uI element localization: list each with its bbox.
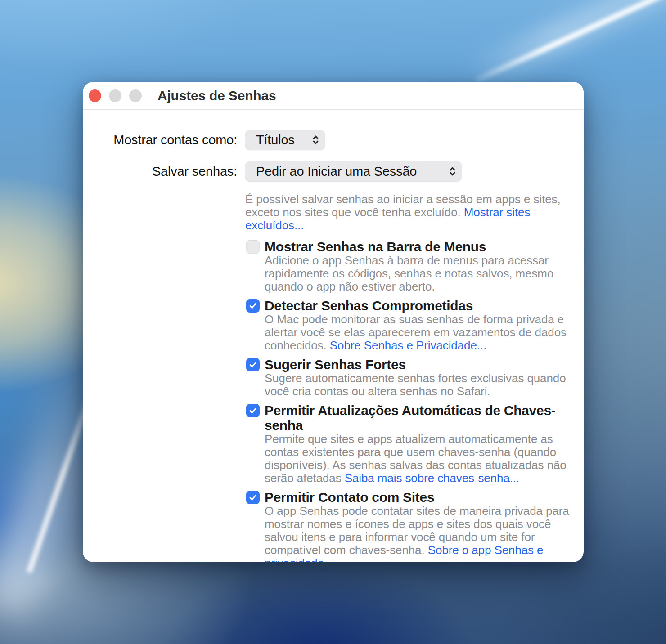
save-passwords-label: Salvar senhas: <box>83 164 237 179</box>
text-line: alertar você se elas aparecerem em vazam… <box>265 326 567 339</box>
checkbox-description: O Mac pode monitorar as suas senhas de f… <box>265 313 567 352</box>
checkbox-item-suggest-strong-passwords: Sugerir Senhas FortesSugere automaticame… <box>246 357 584 398</box>
minimize-button[interactable] <box>109 89 122 102</box>
description-text: contas existentes para que usem chaves-s… <box>265 445 556 459</box>
show-accounts-row: Mostrar contas como: Títulos <box>83 130 584 150</box>
desktop-wallpaper: Ajustes de Senhas Mostrar contas como: T… <box>0 0 666 644</box>
text-line: O app Senhas pode contatar sites de mane… <box>265 505 569 518</box>
description-text: Adicione o app Senhas à barra de menus p… <box>265 254 549 267</box>
checkbox-label-detect-compromised-passwords[interactable]: Detectar Senhas Comprometidas <box>265 298 567 313</box>
text-line: Adicione o app Senhas à barra de menus p… <box>265 254 554 267</box>
save-passwords-popup[interactable]: Pedir ao Iniciar uma Sessão <box>245 161 462 181</box>
allow-website-contact-link[interactable]: Sobre o app Senhas e <box>428 543 544 557</box>
checkbox-suggest-strong-passwords[interactable] <box>246 358 260 371</box>
show-excluded-sites-link[interactable]: Mostrar sites <box>464 206 531 219</box>
checkbox-detect-compromised-passwords[interactable] <box>246 299 260 313</box>
checkbox-list: Mostrar Senhas na Barra de MenusAdicione… <box>246 239 584 562</box>
window-title: Ajustes de Senhas <box>158 88 276 103</box>
checkbox-description: Adicione o app Senhas à barra de menus p… <box>265 254 554 293</box>
show-accounts-label: Mostrar contas como: <box>83 133 237 148</box>
checkmark-icon <box>248 492 258 502</box>
checkbox-body: Mostrar Senhas na Barra de MenusAdicione… <box>265 239 554 293</box>
text-line: serão afetadas Saiba mais sobre chaves-s… <box>265 472 584 485</box>
settings-content: Mostrar contas como: Títulos Salvar senh… <box>83 110 584 562</box>
description-text: compatível com chaves-senha. <box>265 543 428 557</box>
checkbox-allow-automatic-passkey-upgrades[interactable] <box>246 404 260 417</box>
allow-automatic-passkey-upgrades-link[interactable]: Saiba mais sobre chaves-senha... <box>345 471 519 485</box>
description-text: conhecidos. <box>265 339 330 352</box>
checkbox-description: Permite que sites e apps atualizem autom… <box>265 433 584 485</box>
description-text: Permite que sites e apps atualizem autom… <box>265 432 553 446</box>
description-text: alertar você se elas aparecerem em vazam… <box>265 326 567 339</box>
description-text: rapidamente os códigos, senhas e notas s… <box>265 267 554 280</box>
title-bar: Ajustes de Senhas <box>83 82 584 110</box>
text-line: privacidade... <box>265 557 569 562</box>
description-text: O app Senhas pode contatar sites de mane… <box>265 504 569 518</box>
text-line: O Mac pode monitorar as suas senhas de f… <box>265 313 567 326</box>
description-text: O Mac pode monitorar as suas senhas de f… <box>265 313 564 326</box>
detect-compromised-passwords-link[interactable]: Sobre Senhas e Privacidade... <box>330 339 486 352</box>
wallpaper-light-streak-glow <box>462 0 666 90</box>
allow-website-contact-link[interactable]: privacidade... <box>265 556 333 562</box>
checkbox-show-passwords-menu-bar[interactable] <box>246 240 260 254</box>
checkmark-icon <box>248 360 258 370</box>
text-line: compatível com chaves-senha. Sobre o app… <box>265 544 569 557</box>
description-text: mostrar nomes e ícones de apps e sites d… <box>265 517 551 531</box>
checkbox-body: Sugerir Senhas FortesSugere automaticame… <box>265 357 566 398</box>
text-line: conhecidos. Sobre Senhas e Privacidade..… <box>265 339 567 352</box>
description-text: É possível salvar senhas ao iniciar a se… <box>245 192 561 206</box>
description-text: exceto nos sites que você tenha excluído… <box>245 206 464 219</box>
description-text: você cria contas ou altera senhas no Saf… <box>265 385 490 398</box>
text-line: excluídos... <box>245 219 584 232</box>
save-passwords-help-text: É possível salvar senhas ao iniciar a se… <box>245 193 584 232</box>
description-text: serão afetadas <box>265 471 345 485</box>
description-text: quando o app não estiver aberto. <box>265 280 435 293</box>
checkbox-label-allow-automatic-passkey-upgrades[interactable]: Permitir Atualizações Automáticas de Cha… <box>265 403 584 433</box>
save-passwords-row: Salvar senhas: Pedir ao Iniciar uma Sess… <box>83 161 584 181</box>
checkbox-item-allow-automatic-passkey-upgrades: Permitir Atualizações Automáticas de Cha… <box>246 403 584 485</box>
text-line: É possível salvar senhas ao iniciar a se… <box>245 193 584 206</box>
checkbox-label-show-passwords-menu-bar[interactable]: Mostrar Senhas na Barra de Menus <box>265 239 554 254</box>
close-button[interactable] <box>89 89 101 102</box>
checkbox-label-allow-website-contact[interactable]: Permitir Contato com Sites <box>265 490 569 505</box>
password-settings-window: Ajustes de Senhas Mostrar contas como: T… <box>83 82 584 562</box>
text-line: disponíveis). As senhas salvas das conta… <box>265 459 584 472</box>
checkmark-icon <box>248 406 258 416</box>
chevron-up-down-icon <box>312 134 320 146</box>
checkbox-description: O app Senhas pode contatar sites de mane… <box>265 505 569 562</box>
show-excluded-sites-link[interactable]: excluídos... <box>245 219 304 232</box>
checkbox-label-suggest-strong-passwords[interactable]: Sugerir Senhas Fortes <box>265 357 566 372</box>
checkbox-body: Permitir Contato com SitesO app Senhas p… <box>265 490 569 562</box>
checkbox-body: Detectar Senhas ComprometidasO Mac pode … <box>265 298 567 352</box>
popup-value: Títulos <box>256 133 295 148</box>
description-text: disponíveis). As senhas salvas das conta… <box>265 458 567 472</box>
checkbox-allow-website-contact[interactable] <box>246 491 260 504</box>
text-line: quando o app não estiver aberto. <box>265 280 554 293</box>
checkmark-icon <box>248 301 258 311</box>
description-text: Sugere automaticamente senhas fortes exc… <box>265 371 566 385</box>
chevron-up-down-icon <box>449 165 456 177</box>
checkbox-item-show-passwords-menu-bar: Mostrar Senhas na Barra de MenusAdicione… <box>246 239 584 293</box>
text-line: mostrar nomes e ícones de apps e sites d… <box>265 518 569 531</box>
text-line: salvou itens e para informar você quando… <box>265 531 569 544</box>
checkbox-item-allow-website-contact: Permitir Contato com SitesO app Senhas p… <box>246 490 584 562</box>
popup-value: Pedir ao Iniciar uma Sessão <box>256 164 417 179</box>
checkbox-item-detect-compromised-passwords: Detectar Senhas ComprometidasO Mac pode … <box>246 298 584 352</box>
text-line: você cria contas ou altera senhas no Saf… <box>265 385 566 398</box>
zoom-button[interactable] <box>129 89 142 102</box>
text-line: Sugere automaticamente senhas fortes exc… <box>265 372 566 385</box>
text-line: Permite que sites e apps atualizem autom… <box>265 433 584 446</box>
description-text: salvou itens e para informar você quando… <box>265 530 535 544</box>
text-line: contas existentes para que usem chaves-s… <box>265 446 584 459</box>
checkbox-body: Permitir Atualizações Automáticas de Cha… <box>265 403 584 485</box>
wallpaper-light-streak <box>475 0 666 83</box>
checkbox-description: Sugere automaticamente senhas fortes exc… <box>265 372 566 398</box>
text-line: rapidamente os códigos, senhas e notas s… <box>265 267 554 280</box>
show-accounts-popup[interactable]: Títulos <box>245 130 325 150</box>
text-line: exceto nos sites que você tenha excluído… <box>245 206 584 219</box>
